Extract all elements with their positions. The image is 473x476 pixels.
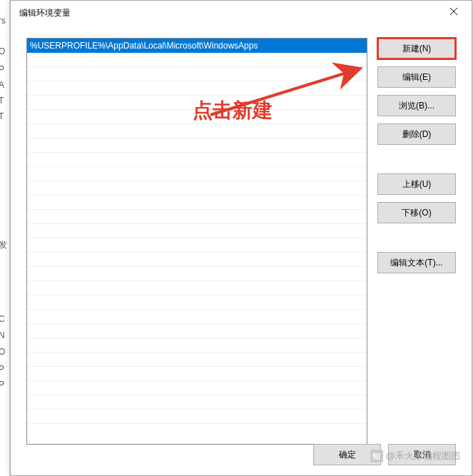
edit-button[interactable]: 编辑(E) (377, 66, 456, 88)
bg-frag: N (0, 330, 5, 340)
bg-frag: rs (0, 16, 6, 26)
close-button[interactable] (436, 1, 472, 22)
list-item-selected[interactable]: %USERPROFILE%\AppData\Local\Microsoft\Wi… (27, 39, 367, 53)
bg-frag: P (0, 64, 4, 74)
move-up-button[interactable]: 上移(U) (377, 173, 456, 195)
bg-frag: T (0, 111, 4, 121)
edit-text-button[interactable]: 编辑文本(T)... (377, 252, 456, 273)
cancel-button[interactable]: 取消 (388, 444, 456, 465)
bg-frag: P (0, 380, 4, 390)
bg-frag: T (0, 96, 4, 106)
bg-frag: 发 (0, 239, 7, 251)
ok-button[interactable]: 确定 (313, 444, 381, 465)
bg-frag: C (0, 314, 5, 324)
dialog-title: 编辑环境变量 (19, 7, 71, 19)
background-window-fragment: rs O P A T T 发 C N O P P (0, 0, 10, 476)
new-button[interactable]: 新建(N) (377, 38, 456, 59)
browse-button[interactable]: 浏览(B)... (377, 95, 456, 116)
bg-frag: O (0, 347, 5, 357)
dialog-bottom-buttons: 确定 取消 (313, 444, 456, 465)
close-icon (449, 7, 458, 16)
bg-frag: O (0, 46, 5, 56)
edit-env-var-dialog: 编辑环境变量 %USERPROFILE%\AppData\Local\Micro… (10, 0, 472, 476)
path-listbox[interactable]: %USERPROFILE%\AppData\Local\Microsoft\Wi… (26, 38, 367, 445)
bg-frag: P (0, 364, 4, 374)
dialog-content: %USERPROFILE%\AppData\Local\Microsoft\Wi… (11, 25, 472, 475)
delete-button[interactable]: 删除(D) (377, 123, 456, 145)
titlebar: 编辑环境变量 (11, 1, 472, 25)
move-down-button[interactable]: 下移(O) (377, 202, 456, 223)
side-button-column: 新建(N) 编辑(E) 浏览(B)... 删除(D) 上移(U) 下移(O) 编… (377, 38, 456, 445)
bg-frag: A (0, 80, 4, 90)
